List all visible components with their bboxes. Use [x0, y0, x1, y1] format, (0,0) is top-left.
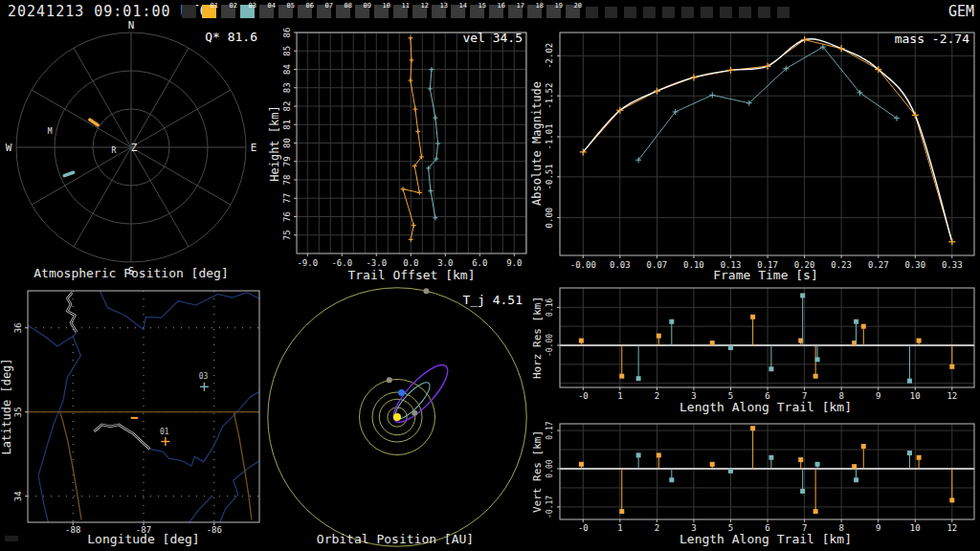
x-axis-label: Length Along Trail [km] [679, 532, 852, 546]
panel-title: Orbital Position [AU] [317, 532, 474, 546]
trail-offset-panel: -9.0-6.0-3.00.03.06.09.07576777879808182… [268, 28, 526, 282]
y-axis-label: Absolute Magnitude [530, 81, 544, 206]
stem-marker-03 [815, 462, 820, 467]
river [28, 325, 73, 346]
stem-marker-03 [768, 455, 773, 460]
horizontal-residuals-panel: -01235678910120.16-0.00Horz Res [km]Leng… [531, 288, 974, 414]
y-tick-label: -0.51 [545, 164, 554, 189]
stem-marker-01 [798, 457, 803, 462]
stem-marker-01 [813, 509, 818, 514]
x-tick-label: 0.23 [831, 260, 852, 270]
stem-marker-03 [669, 320, 674, 324]
stem-marker-03 [728, 345, 733, 350]
x-tick-label: 0.03 [610, 260, 631, 270]
stem-marker-03 [768, 366, 773, 371]
stem-marker-03 [636, 376, 641, 381]
x-axis-label: Frame Time [s] [713, 268, 818, 282]
map-content: 0103 [28, 291, 259, 522]
river [189, 496, 212, 522]
compass-west: W [6, 142, 12, 154]
x-tick-label: 1 [617, 523, 622, 533]
plots-canvas: NSEWZRMQ* 81.6Atmospheric Position [deg]… [0, 0, 980, 551]
stem-marker-01 [750, 315, 755, 320]
x-tick-label: -0 [578, 523, 589, 533]
stem-marker-03 [854, 320, 858, 324]
stem-marker-01 [861, 444, 866, 449]
stem-marker-03 [815, 357, 820, 362]
y-tick-label: 79 [282, 156, 292, 166]
compass-east: E [251, 142, 257, 154]
stem-marker-01 [917, 339, 922, 343]
stem-marker-03 [907, 379, 912, 384]
stem-marker-03 [907, 451, 912, 455]
y-tick-label: 36 [13, 322, 23, 333]
polar-spoke [131, 48, 189, 147]
y-axis-label: Vert Res [km] [531, 430, 544, 513]
x-tick-label: 6.0 [472, 258, 487, 268]
state-border [60, 413, 81, 520]
x-tick-label: 1 [617, 391, 622, 401]
y-tick-label: 76 [282, 211, 292, 222]
x-tick-label: -0 [578, 391, 589, 401]
planet-dot [387, 377, 392, 383]
series-01-line [403, 38, 421, 240]
y-axis-label: Latitude [deg] [0, 358, 13, 454]
stem-marker-03 [636, 452, 641, 457]
x-tick-label: 9 [876, 523, 880, 533]
stem-marker-01 [579, 462, 584, 467]
x-tick-label: -3.0 [366, 258, 387, 268]
y-tick-label: 0.00 [545, 208, 554, 229]
planet-dot [412, 410, 417, 416]
sun-dot [393, 413, 401, 421]
y-tick-label: 34 [13, 491, 23, 501]
station-03-streak [64, 172, 73, 175]
river [38, 332, 80, 522]
tj-annotation: T_j 4.51 [462, 293, 523, 307]
watermark [5, 536, 18, 541]
magnitude-panel: -0.000.030.070.100.130.170.200.230.270.3… [530, 32, 974, 282]
station-03-label: 03 [199, 372, 209, 381]
y-tick-label: 81 [282, 120, 292, 130]
orbital-position-panel: T_j 4.51Orbital Position [AU] [268, 288, 526, 546]
polar-spoke [131, 147, 189, 247]
y-tick-label: -0.00 [546, 334, 554, 357]
x-axis-label: Longitude [deg] [87, 532, 199, 546]
stem-marker-01 [852, 464, 857, 469]
ground-map-panel: 0103-88-87-86343536Latitude [deg]Longitu… [0, 291, 259, 546]
stem-marker-01 [917, 455, 922, 460]
x-tick-label: 0.27 [868, 260, 889, 270]
stem-marker-01 [750, 426, 755, 430]
stem-marker-01 [657, 452, 661, 457]
x-tick-label: 0.10 [683, 260, 704, 270]
y-tick-label: -0.17 [546, 496, 554, 518]
y-tick-label: 86 [282, 28, 292, 38]
y-tick-label: 0.00 [546, 459, 554, 477]
stem-marker-01 [710, 341, 715, 345]
stem-marker-03 [854, 477, 858, 482]
x-tick-label: 12 [947, 523, 957, 533]
y-tick-label: 85 [282, 46, 292, 56]
x-tick-label: 12 [947, 391, 957, 401]
y-tick-label: 0.16 [546, 298, 554, 317]
x-tick-label: -6.0 [331, 258, 352, 268]
stem-marker-01 [949, 497, 954, 502]
state-border [234, 413, 251, 520]
stem-marker-01 [813, 374, 818, 379]
stem-marker-01 [619, 374, 624, 379]
stem-marker-01 [657, 334, 661, 339]
y-tick-label: -1.01 [545, 123, 554, 149]
polar-spoke [32, 147, 131, 205]
vertical-residuals-panel: -01235678910120.170.00-0.17Vert Res [km]… [531, 421, 974, 546]
river-highlight [94, 425, 149, 450]
earth-dot [398, 389, 405, 396]
y-tick-label: -1.52 [545, 83, 554, 109]
q-annotation: Q* 81.6 [205, 30, 257, 44]
y-tick-label: 84 [282, 64, 292, 75]
x-tick-label: -88 [65, 525, 80, 535]
stem-marker-03 [728, 469, 733, 474]
stem-marker-03 [800, 489, 805, 494]
y-tick-label: 83 [282, 82, 292, 93]
x-tick-label: 10 [910, 391, 921, 401]
polar-spoke [74, 48, 131, 147]
river-highlight-core [94, 425, 149, 450]
